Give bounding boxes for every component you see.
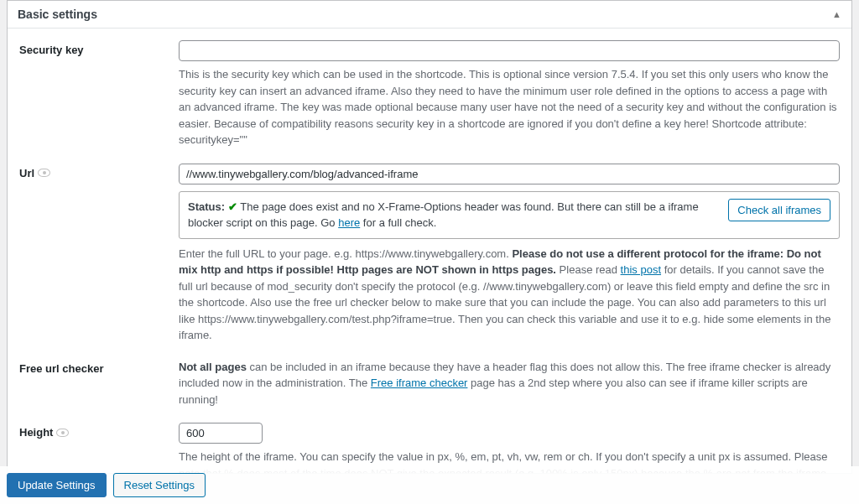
url-desc: Enter the full URL to your page. e.g. ht… — [179, 246, 840, 344]
label-height: Height — [19, 423, 179, 439]
eye-icon — [38, 169, 50, 177]
check-all-iframes-button[interactable]: Check all iframes — [728, 199, 830, 221]
security-key-desc: This is the security key which can be us… — [179, 66, 840, 148]
height-input[interactable] — [179, 423, 263, 444]
free-url-checker-desc: Not all pages can be included in an ifra… — [179, 359, 840, 408]
row-security-key: Security key This is the security key wh… — [11, 37, 848, 160]
label-url: Url — [19, 164, 179, 179]
status-msg: The page does exist and no X-Frame-Optio… — [188, 200, 699, 230]
row-height: Height The height of the iframe. You can… — [11, 419, 848, 473]
free-iframe-checker-link[interactable]: Free iframe checker — [371, 377, 468, 389]
footer-bar: Update Settings Reset Settings — [0, 466, 859, 504]
panel-body: Security key This is the security key wh… — [8, 29, 851, 473]
panel-header[interactable]: Basic settings ▲ — [8, 1, 851, 29]
label-free-url-checker: Free url checker — [19, 359, 179, 375]
update-settings-button[interactable]: Update Settings — [7, 473, 107, 497]
reset-settings-button[interactable]: Reset Settings — [113, 473, 206, 497]
security-key-input[interactable] — [179, 40, 840, 61]
status-label: Status: — [188, 200, 225, 213]
panel-title: Basic settings — [18, 8, 97, 21]
url-input[interactable] — [179, 164, 840, 184]
label-security-key: Security key — [19, 40, 179, 56]
row-url: Url Status: ✔ The page does exist and no… — [11, 160, 848, 356]
row-free-url-checker: Free url checker Not all pages can be in… — [11, 356, 848, 420]
url-status-box: Status: ✔ The page does exist and no X-F… — [179, 191, 840, 239]
basic-settings-panel: Basic settings ▲ Security key This is th… — [7, 0, 852, 474]
collapse-icon: ▲ — [832, 9, 841, 19]
this-post-link[interactable]: this post — [621, 263, 661, 276]
check-icon: ✔ — [228, 200, 241, 213]
status-here-link[interactable]: here — [338, 216, 360, 229]
eye-icon — [56, 429, 69, 437]
